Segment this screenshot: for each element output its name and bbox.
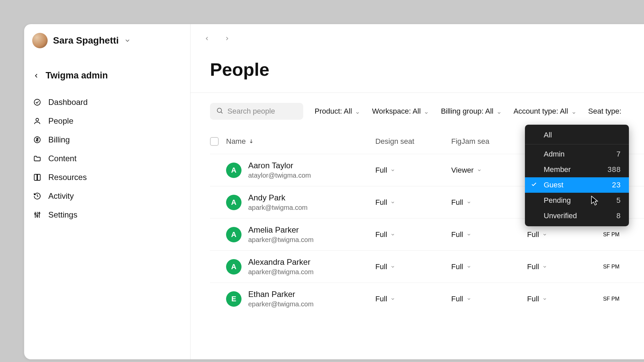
person-cell: AAlexandra Parkeraparker@twigma.com	[226, 257, 375, 276]
sidebar-item-activity[interactable]: Activity	[24, 187, 190, 205]
person-cell: AAaron Taylorataylor@twigma.com	[226, 161, 375, 179]
avatar-initial: A	[226, 227, 241, 242]
avatar-initial: A	[226, 163, 241, 178]
svg-point-1	[36, 118, 39, 121]
sidebar-item-label: Billing	[48, 135, 70, 144]
third-seat-select[interactable]: Full	[527, 230, 603, 239]
chevron-left-icon	[33, 72, 40, 79]
person-name: Alexandra Parker	[248, 257, 314, 267]
seat-value: Full	[375, 295, 387, 303]
person-name: Aaron Taylor	[248, 161, 311, 170]
sidebar-item-label: Activity	[48, 191, 74, 201]
person-name: Andy Park	[248, 193, 308, 202]
dropdown-item-count: 8	[616, 212, 621, 220]
dropdown-item-unverified[interactable]: Unverified8	[525, 208, 629, 224]
person-cell: AAndy Parkapark@twigma.com	[226, 193, 375, 212]
billing-value: SF PM	[603, 264, 620, 269]
filter-product[interactable]: Product: All	[315, 107, 361, 116]
book-icon	[33, 173, 42, 182]
filter-bar: Product: All Workspace: All Billing grou…	[191, 93, 644, 126]
avatar	[32, 33, 48, 48]
check-icon	[531, 181, 537, 189]
seat-value: Full	[375, 230, 387, 239]
search-icon	[216, 107, 223, 116]
avatar-initial: A	[226, 259, 241, 275]
dropdown-item-count: 23	[612, 181, 621, 189]
seat-value: Full	[527, 262, 539, 271]
person-email: aparker@twigma.com	[248, 236, 314, 244]
billing-value: SF PM	[603, 296, 620, 302]
sort-down-icon	[249, 137, 254, 146]
dropdown-item-admin[interactable]: Admin7	[525, 146, 629, 162]
dropdown-item-label: All	[544, 131, 552, 139]
table-row[interactable]: EEthan Parkereparker@twigma.comFullFullF…	[210, 283, 644, 315]
nav-back-button[interactable]	[200, 32, 214, 46]
svg-line-10	[221, 112, 222, 113]
third-seat-select[interactable]: Full	[527, 295, 603, 303]
chevron-down-icon	[390, 198, 395, 207]
dropdown-item-pending[interactable]: Pending5	[525, 193, 629, 208]
chevron-down-icon	[390, 166, 395, 175]
avatar-initial: A	[226, 195, 241, 210]
seat-value: Full	[375, 262, 387, 271]
search-input[interactable]	[227, 107, 297, 116]
dropdown-item-count: 7	[616, 150, 621, 159]
design-seat-select[interactable]: Full	[375, 198, 451, 207]
nav-forward-button[interactable]	[220, 32, 234, 46]
select-all-checkbox[interactable]	[210, 137, 219, 146]
chevron-down-icon	[542, 295, 547, 303]
sidebar-item-label: Dashboard	[48, 98, 88, 107]
figjam-seat-select[interactable]: Full	[451, 262, 527, 271]
filter-billing-group[interactable]: Billing group: All	[441, 107, 502, 116]
profile-switcher[interactable]: Sara Spaghetti	[24, 24, 190, 57]
person-cell: EEthan Parkereparker@twigma.com	[226, 290, 375, 308]
dropdown-item-label: Member	[544, 165, 571, 174]
chevron-down-icon	[497, 109, 502, 114]
third-seat-select[interactable]: Full	[527, 262, 603, 271]
figjam-seat-select[interactable]: Full	[451, 295, 527, 303]
search-people[interactable]	[210, 103, 303, 120]
dropdown-item-member[interactable]: Member388	[525, 162, 629, 177]
filter-label: Seat type:	[588, 107, 622, 116]
person-cell: AAmelia Parkeraparker@twigma.com	[226, 225, 375, 244]
design-seat-select[interactable]: Full	[375, 295, 451, 303]
design-seat-select[interactable]: Full	[375, 262, 451, 271]
chevron-down-icon	[467, 262, 471, 271]
person-email: aparker@twigma.com	[248, 268, 314, 276]
chevron-down-icon	[390, 262, 395, 271]
seat-value: Full	[451, 295, 463, 303]
figjam-seat-select[interactable]: Full	[451, 198, 527, 207]
column-label: Name	[226, 137, 246, 146]
folder-icon	[33, 154, 42, 163]
table-row[interactable]: AAlexandra Parkeraparker@twigma.comFullF…	[210, 250, 644, 283]
design-seat-select[interactable]: Full	[375, 230, 451, 239]
column-figjam-seat[interactable]: FigJam sea	[451, 137, 527, 146]
page-title: People	[210, 59, 642, 80]
avatar-initial: E	[226, 291, 241, 307]
topbar	[191, 24, 644, 53]
back-to-admin[interactable]: Twigma admin	[24, 64, 190, 87]
figjam-seat-select[interactable]: Full	[451, 230, 527, 239]
column-label: FigJam sea	[451, 137, 489, 145]
sidebar-item-content[interactable]: Content	[24, 149, 190, 168]
sidebar-item-billing[interactable]: Billing	[24, 130, 190, 149]
seat-value: Full	[527, 230, 539, 239]
sidebar-item-people[interactable]: People	[24, 112, 190, 130]
filter-workspace[interactable]: Workspace: All	[372, 107, 429, 116]
chevron-down-icon	[542, 230, 547, 239]
dropdown-item-guest[interactable]: Guest23	[525, 177, 629, 193]
sidebar-item-settings[interactable]: Settings	[24, 205, 190, 224]
sidebar-item-dashboard[interactable]: Dashboard	[24, 93, 190, 112]
dropdown-item-count: 5	[616, 196, 621, 205]
column-name[interactable]: Name	[226, 137, 375, 146]
sliders-icon	[33, 210, 42, 219]
filter-account-type[interactable]: Account type: All	[514, 107, 577, 116]
dropdown-item-all[interactable]: All	[525, 127, 629, 144]
figjam-seat-select[interactable]: Viewer	[451, 166, 527, 175]
design-seat-select[interactable]: Full	[375, 166, 451, 175]
filter-seat-type[interactable]: Seat type:	[588, 107, 622, 116]
sidebar-item-resources[interactable]: Resources	[24, 168, 190, 187]
account-type-dropdown[interactable]: AllAdmin7Member388Guest23Pending5Unverif…	[525, 125, 629, 226]
column-design-seat[interactable]: Design seat	[375, 137, 451, 146]
chevron-down-icon	[572, 109, 577, 114]
